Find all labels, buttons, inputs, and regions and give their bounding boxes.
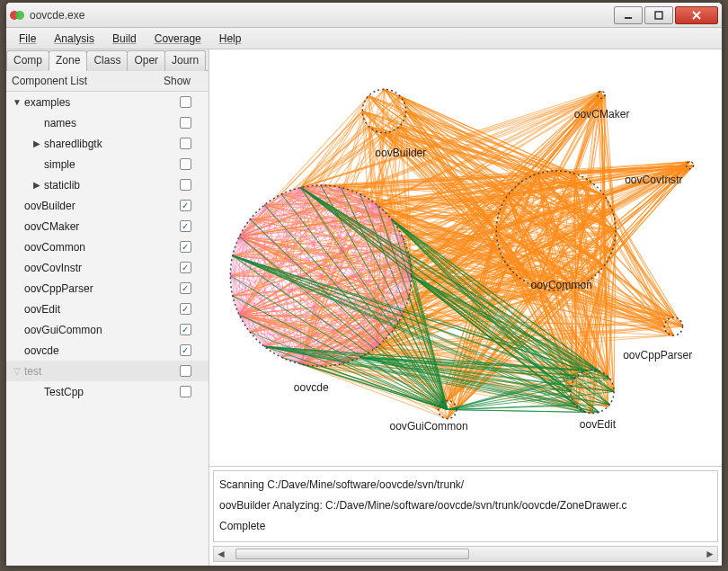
svg-line-1076: [448, 410, 586, 413]
graph-label-oovEdit: oovEdit: [580, 418, 617, 431]
tree-item-label: oovCovInstr: [22, 262, 167, 274]
menu-build[interactable]: Build: [105, 30, 144, 48]
tree-row[interactable]: oovcde✓: [6, 340, 209, 361]
svg-rect-1: [655, 12, 662, 19]
tree-item-label: TestCpp: [42, 386, 167, 398]
tree-row[interactable]: ▶staticlib: [6, 174, 209, 195]
menubar: File Analysis Build Coverage Help: [6, 28, 722, 49]
expander-icon[interactable]: ▶: [31, 180, 42, 190]
menu-help[interactable]: Help: [212, 30, 249, 48]
tab-zone[interactable]: Zone: [49, 50, 87, 71]
tree-row[interactable]: TestCpp: [6, 381, 209, 402]
tree-row[interactable]: names: [6, 112, 209, 133]
status-line: Scanning C:/Dave/Mine/software/oovcde/sv…: [219, 475, 712, 495]
maximize-button[interactable]: [644, 6, 673, 24]
tree-item-label: oovBuilder: [22, 200, 167, 212]
tree-row[interactable]: oovCMaker✓: [6, 216, 209, 236]
tree-item-label: examples: [22, 96, 167, 109]
tree-row[interactable]: oovCovInstr✓: [6, 257, 209, 278]
titlebar[interactable]: oovcde.exe: [6, 3, 722, 28]
tree-item-label: oovCommon: [22, 241, 167, 254]
tab-oper[interactable]: Oper: [127, 50, 165, 71]
tree-item-label: oovcde: [22, 344, 167, 357]
show-checkbox[interactable]: [180, 96, 191, 108]
tree-row[interactable]: oovCommon✓: [6, 236, 209, 257]
tree-col-component[interactable]: Component List: [12, 75, 164, 87]
show-checkbox[interactable]: [180, 117, 191, 129]
tree-item-label: simple: [42, 158, 167, 171]
menu-coverage[interactable]: Coverage: [147, 30, 209, 48]
show-checkbox[interactable]: ✓: [180, 241, 191, 253]
show-checkbox[interactable]: ✓: [180, 282, 191, 294]
scroll-left-icon[interactable]: ◄: [214, 547, 228, 561]
tree-header: Component List Show: [6, 71, 209, 92]
graph-label-oovBuilder: oovBuilder: [375, 147, 426, 159]
show-checkbox[interactable]: [180, 386, 191, 397]
graph-label-oovcde: oovcde: [294, 381, 329, 394]
show-checkbox[interactable]: [180, 158, 191, 170]
tree-row[interactable]: ▶sharedlibgtk: [6, 133, 209, 154]
zone-graph[interactable]: oovcdeoovBuilderoovCMakeroovCovInstroovC…: [209, 49, 722, 467]
main-area: oovcdeoovBuilderoovCMakeroovCovInstroovC…: [209, 49, 722, 566]
show-checkbox[interactable]: ✓: [180, 324, 191, 335]
graph-label-oovCppParser: oovCppParser: [623, 349, 692, 361]
status-line: Complete: [219, 516, 712, 537]
tree-item-label: names: [42, 117, 167, 129]
tree-item-label: oovGuiCommon: [22, 324, 167, 336]
window-title: oovcde.exe: [30, 9, 612, 22]
tree-row[interactable]: ▽test: [6, 361, 209, 381]
graph-label-oovGuiCommon: oovGuiCommon: [389, 420, 467, 433]
tree-row[interactable]: oovGuiCommon✓: [6, 319, 209, 340]
show-checkbox[interactable]: ✓: [180, 262, 191, 273]
show-checkbox[interactable]: ✓: [180, 344, 191, 356]
show-checkbox[interactable]: [180, 138, 191, 149]
tree-row[interactable]: oovCppParser✓: [6, 278, 209, 299]
window-controls: [612, 6, 718, 24]
menu-analysis[interactable]: Analysis: [47, 30, 102, 48]
status-log[interactable]: Scanning C:/Dave/Mine/software/oovcde/sv…: [213, 470, 718, 542]
sidebar: Comp Zone Class Oper Journ Component Lis…: [6, 49, 209, 566]
tab-class[interactable]: Class: [86, 50, 128, 71]
tree-item-label: test: [22, 365, 167, 378]
scroll-thumb[interactable]: [235, 549, 469, 559]
graph-label-oovCovInstr: oovCovInstr: [625, 174, 682, 186]
tab-comp[interactable]: Comp: [6, 50, 49, 71]
tree-item-label: sharedlibgtk: [42, 138, 167, 150]
tree-row[interactable]: oovBuilder✓: [6, 195, 209, 216]
tab-journ[interactable]: Journ: [164, 50, 206, 71]
close-button[interactable]: [675, 6, 718, 24]
show-checkbox[interactable]: ✓: [180, 200, 191, 211]
status-area: Scanning C:/Dave/Mine/software/oovcde/sv…: [209, 467, 722, 566]
expander-icon[interactable]: ▽: [12, 366, 22, 376]
graph-label-oovCMaker: oovCMaker: [574, 108, 630, 120]
scroll-right-icon[interactable]: ►: [703, 547, 717, 561]
tree-item-label: oovCMaker: [22, 220, 167, 233]
sidebar-tabs: Comp Zone Class Oper Journ: [6, 49, 209, 71]
show-checkbox[interactable]: ✓: [180, 220, 191, 232]
svg-rect-0: [625, 17, 632, 19]
menu-file[interactable]: File: [12, 30, 43, 48]
tree-item-label: staticlib: [42, 179, 167, 192]
tree-col-show[interactable]: Show: [164, 75, 203, 87]
app-window: oovcde.exe File Analysis Build Coverage …: [5, 2, 723, 567]
tree-row[interactable]: ▼examples: [6, 92, 209, 112]
show-checkbox[interactable]: [180, 179, 191, 191]
tree-row[interactable]: oovEdit✓: [6, 299, 209, 319]
status-scrollbar[interactable]: ◄ ►: [213, 546, 718, 562]
expander-icon[interactable]: ▶: [31, 138, 42, 148]
show-checkbox[interactable]: ✓: [180, 303, 191, 315]
tree-row[interactable]: simple: [6, 154, 209, 174]
component-tree[interactable]: ▼examplesnames▶sharedlibgtksimple▶static…: [6, 92, 209, 566]
tree-item-label: oovCppParser: [22, 282, 167, 295]
show-checkbox[interactable]: [180, 365, 191, 377]
status-line: oovBuilder Analyzing: C:/Dave/Mine/softw…: [219, 495, 712, 516]
minimize-button[interactable]: [614, 6, 643, 24]
graph-label-oovCommon: oovCommon: [530, 279, 591, 291]
app-icon: [10, 8, 24, 22]
tree-item-label: oovEdit: [22, 303, 167, 316]
expander-icon[interactable]: ▼: [12, 97, 22, 107]
